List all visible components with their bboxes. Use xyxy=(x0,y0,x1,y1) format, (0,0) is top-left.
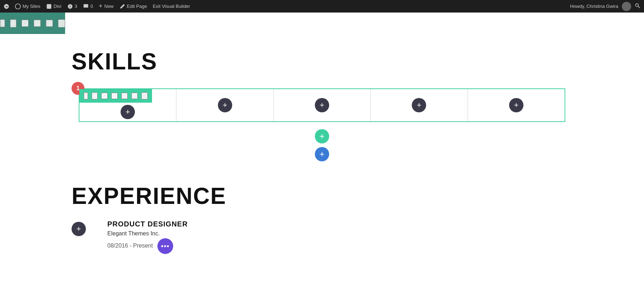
job-date: 08/2016 - Present xyxy=(107,243,153,249)
add-module-col4-btn[interactable]: + xyxy=(412,98,426,112)
experience-section: EXPERIENCE + PRODUCT DESIGNER Elegant Th… xyxy=(0,183,644,254)
experience-content: PRODUCT DESIGNER Elegant Themes Inc. 08/… xyxy=(107,220,572,254)
row-delete-btn[interactable] xyxy=(131,93,138,99)
greeting-text: Howdy, Christina Gwira xyxy=(570,4,618,9)
add-row-btn[interactable]: + xyxy=(315,129,329,143)
skills-col-2: + xyxy=(176,89,273,121)
svg-rect-0 xyxy=(47,4,51,9)
vb-settings-btn[interactable]: ⚙ xyxy=(10,19,16,28)
add-section-wrap: + xyxy=(0,143,644,161)
svg-point-1 xyxy=(635,4,638,6)
row-settings-btn[interactable]: ⚙ xyxy=(92,92,98,99)
skills-col-3: + xyxy=(274,89,371,121)
job-company: Elegant Themes Inc. xyxy=(107,230,572,237)
admin-bar-right: Howdy, Christina Gwira xyxy=(570,2,640,11)
vb-power-btn[interactable] xyxy=(34,20,41,27)
comments-btn[interactable]: 0 xyxy=(83,4,93,9)
skills-col-5: + xyxy=(468,89,565,121)
wordpress-icon-btn[interactable] xyxy=(4,4,9,9)
add-module-col5-btn[interactable]: + xyxy=(509,98,523,112)
experience-add-module-btn[interactable]: + xyxy=(72,222,86,236)
vb-more-btn[interactable]: ⋮ xyxy=(58,19,65,28)
skills-row-container: + ⚙ ⋮ + + xyxy=(79,88,565,122)
my-sites-btn[interactable]: My Sites xyxy=(15,4,40,9)
svg-rect-7 xyxy=(112,94,117,98)
dots-icon: ••• xyxy=(161,242,170,250)
add-module-col3-btn[interactable]: + xyxy=(315,98,329,112)
revisions-btn[interactable]: 3 xyxy=(67,4,77,9)
experience-title: EXPERIENCE xyxy=(72,183,572,209)
row-toolbar: + ⚙ ⋮ xyxy=(79,89,152,103)
add-section-btn[interactable]: + xyxy=(315,147,329,161)
svg-rect-4 xyxy=(24,21,28,25)
experience-row: + PRODUCT DESIGNER Elegant Themes Inc. 0… xyxy=(72,220,572,254)
search-icon[interactable] xyxy=(635,3,640,10)
vb-toolbar: + ⚙ ⋮ xyxy=(0,13,65,34)
edit-page-btn[interactable]: Edit Page xyxy=(119,4,147,9)
row-duplicate-btn[interactable] xyxy=(101,93,108,99)
svg-line-2 xyxy=(638,6,640,8)
divi-btn[interactable]: Divi xyxy=(46,4,62,9)
exit-visual-builder-btn[interactable]: Exit Visual Builder xyxy=(153,4,190,9)
skills-col-4: + xyxy=(371,89,468,121)
svg-rect-3 xyxy=(23,22,26,26)
row-more-btn[interactable]: ⋮ xyxy=(141,92,148,99)
vb-add-btn[interactable]: + xyxy=(0,19,5,27)
add-module-col1-btn[interactable]: + xyxy=(121,105,135,119)
row-columns-btn[interactable] xyxy=(111,93,118,99)
vb-duplicate-btn[interactable] xyxy=(21,20,29,27)
admin-bar: My Sites Divi 3 0 + New Edit Page Exit V… xyxy=(0,0,644,13)
skills-title: SKILLS xyxy=(72,48,644,75)
add-module-col2-btn[interactable]: + xyxy=(218,98,232,112)
main-content: SKILLS 1 + ⚙ ⋮ xyxy=(0,34,644,268)
skills-section: SKILLS 1 + ⚙ ⋮ xyxy=(0,48,644,161)
user-avatar[interactable] xyxy=(622,2,631,11)
add-row-wrap: + xyxy=(0,123,644,143)
row-power-btn[interactable] xyxy=(121,93,128,99)
dots-menu-btn[interactable]: ••• xyxy=(157,238,173,254)
vb-delete-btn[interactable] xyxy=(46,20,53,27)
job-title: PRODUCT DESIGNER xyxy=(107,220,572,228)
row-add-btn[interactable]: + xyxy=(84,92,88,99)
new-btn[interactable]: + New xyxy=(99,3,114,10)
